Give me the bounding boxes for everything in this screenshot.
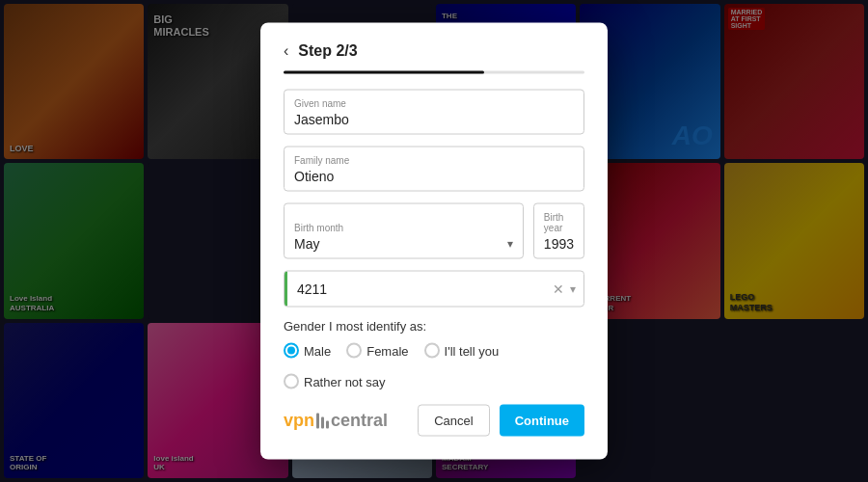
gender-option-male[interactable]: Male	[284, 343, 331, 359]
gender-option-female[interactable]: Female	[346, 343, 408, 359]
gender-option-illtell[interactable]: I'll tell you	[424, 343, 500, 359]
birth-month-field[interactable]: Birth month May ▾	[284, 203, 524, 259]
progress-bar-container	[284, 71, 584, 74]
registration-modal: ‹ Step 2/3 Given name Jasembo Family nam…	[260, 23, 608, 460]
radio-male-outer	[284, 343, 299, 359]
given-name-value: Jasembo	[294, 112, 349, 127]
gender-option-rathernotsay[interactable]: Rather not say	[284, 374, 386, 389]
birth-month-label: Birth month	[294, 223, 507, 233]
gender-rathernotsay-label: Rather not say	[304, 374, 386, 388]
back-button[interactable]: ‹	[284, 43, 288, 59]
gender-male-label: Male	[304, 343, 331, 358]
gender-illtell-label: I'll tell you	[445, 343, 500, 358]
given-name-field[interactable]: Given name Jasembo	[284, 90, 584, 135]
birth-month-value: May	[294, 236, 319, 252]
cancel-button[interactable]: Cancel	[418, 405, 489, 437]
birth-year-field[interactable]: Birth year 1993	[533, 203, 584, 259]
gender-section: Gender I most identify as: Male Female I…	[284, 319, 584, 389]
family-name-label: Family name	[294, 155, 574, 166]
modal-footer: vpncentral Cancel Continue	[284, 405, 584, 437]
logo-central-text: central	[331, 411, 388, 430]
gender-label: Gender I most identify as:	[284, 319, 584, 334]
postal-input[interactable]: 4211	[287, 272, 553, 307]
logo-bars-icon	[316, 414, 329, 429]
gender-female-label: Female	[366, 343, 408, 358]
family-name-field[interactable]: Family name Otieno	[284, 147, 584, 192]
family-name-value: Otieno	[294, 169, 334, 184]
vpncentral-logo: vpncentral	[284, 411, 388, 431]
given-name-label: Given name	[294, 98, 574, 109]
birth-month-arrow-icon: ▾	[507, 237, 513, 253]
modal-header: ‹ Step 2/3	[284, 42, 584, 60]
family-name-group: Family name Otieno	[284, 147, 584, 192]
birth-year-label: Birth year	[544, 212, 574, 233]
radio-illtell-outer	[424, 343, 440, 359]
radio-male-inner	[287, 347, 295, 355]
footer-buttons: Cancel Continue	[418, 405, 584, 437]
progress-bar-fill	[284, 71, 484, 74]
postal-dropdown-icon[interactable]: ▾	[570, 282, 576, 296]
postal-field-wrapper: 4211 ✕ ▾	[284, 271, 584, 308]
postal-clear-icon[interactable]: ✕	[553, 281, 564, 297]
logo-vpn-text: vpn	[284, 411, 314, 430]
continue-button[interactable]: Continue	[500, 405, 584, 437]
given-name-group: Given name Jasembo	[284, 90, 584, 135]
birth-date-group: Birth month May ▾ Birth year 1993	[284, 203, 584, 259]
radio-rathernotsay-outer	[284, 374, 299, 389]
birth-year-value: 1993	[544, 236, 574, 252]
radio-female-outer	[346, 343, 362, 359]
gender-options: Male Female I'll tell you Rather not say	[284, 343, 584, 389]
step-title: Step 2/3	[298, 42, 357, 60]
